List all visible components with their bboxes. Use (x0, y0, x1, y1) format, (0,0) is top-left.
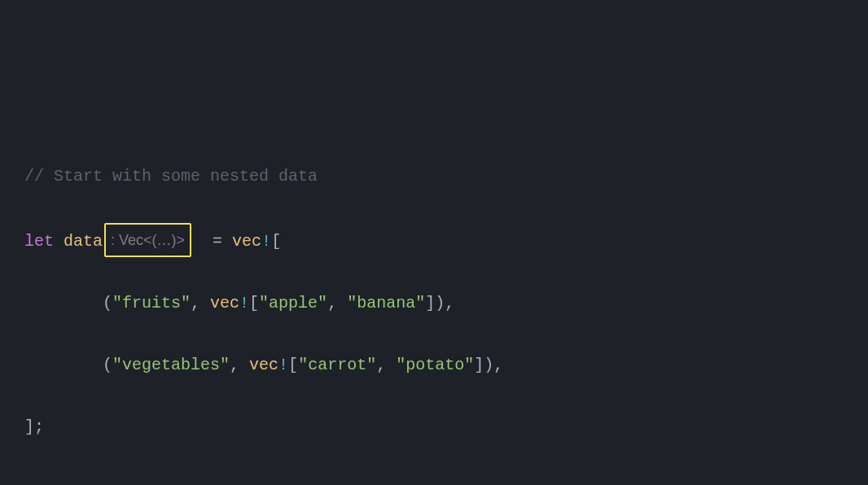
comma: , (230, 356, 249, 374)
code-line: ("vegetables", vec!["carrot", "potato"])… (24, 350, 844, 381)
macro-vec: vec (210, 294, 239, 312)
string-literal: "banana" (347, 294, 425, 312)
macro-bang: ! (261, 232, 271, 251)
string-literal: "vegetables" (112, 356, 230, 374)
code-line: ]; (24, 412, 844, 443)
paren-open: ( (24, 356, 112, 374)
inlay-hint-type[interactable]: : Vec<(…)> (104, 223, 191, 257)
code-line: ("fruits", vec!["apple", "banana"]), (24, 288, 844, 319)
keyword-let: let (24, 232, 64, 251)
code-line: // Start with some nested data (24, 161, 844, 192)
macro-vec: vec (232, 232, 261, 251)
close: ]), (425, 294, 454, 312)
var-data: data (64, 232, 103, 251)
comment: // Start with some nested data (24, 167, 318, 186)
code-line: let data: Vec<(…)> = vec![ (24, 223, 844, 257)
string-literal: "potato" (396, 356, 474, 374)
bracket-open: [ (271, 232, 281, 251)
macro-bang: ! (278, 356, 288, 374)
bracket-open: [ (288, 356, 298, 374)
code-editor[interactable]: // Start with some nested data let data:… (24, 130, 844, 485)
comma: , (376, 356, 396, 374)
close-stmt: ]; (24, 417, 44, 436)
string-literal: "fruits" (112, 294, 191, 312)
string-literal: "carrot" (298, 356, 376, 374)
comma: , (191, 294, 210, 312)
bracket-open: [ (249, 294, 259, 312)
comma: , (327, 294, 347, 312)
macro-bang: ! (239, 294, 249, 312)
assign: = (193, 232, 232, 251)
blank-line (24, 474, 844, 485)
close: ]), (474, 356, 503, 374)
paren-open: ( (24, 294, 112, 312)
string-literal: "apple" (259, 294, 327, 312)
macro-vec: vec (249, 356, 278, 374)
